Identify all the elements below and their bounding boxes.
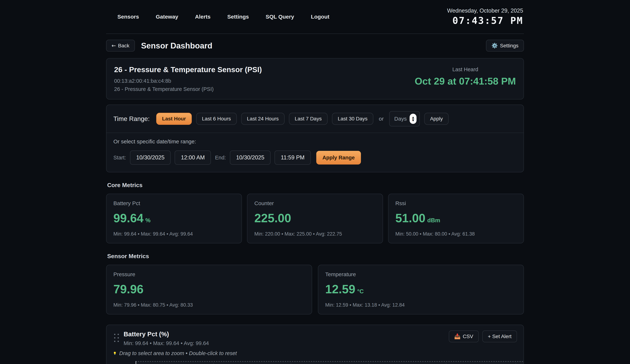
set-alert-button[interactable]: + Set Alert <box>482 331 517 342</box>
metric-stats: Min: 50.00 • Max: 80.00 • Avg: 61.38 <box>396 231 516 237</box>
metric-card-counter: Counter 225.00 Min: 220.00 • Max: 225.00… <box>247 194 383 243</box>
sensor-info-left: 26 - Pressure & Temperature Sensor (PSI)… <box>114 65 415 92</box>
custom-range-select-value: Days <box>394 116 407 122</box>
start-date-input[interactable]: 10/30/2025 <box>130 150 170 165</box>
start-time-input[interactable]: 12:00 AM <box>175 150 211 165</box>
y-axis-line <box>136 361 136 364</box>
metric-value: 99.64% <box>114 211 234 225</box>
time-range-card: Time Range: Last Hour Last 6 Hours Last … <box>106 105 524 172</box>
chart-title: Battery Pct (%) <box>124 331 449 338</box>
chart-header: Battery Pct (%) Min: 99.64 • Max: 99.64 … <box>106 331 524 346</box>
preset-last-30-days[interactable]: Last 30 Days <box>332 113 373 125</box>
metric-card-pressure: Pressure 79.96 Min: 79.96 • Max: 80.75 •… <box>106 265 312 315</box>
chart-stats: Min: 99.64 • Max: 99.64 • Avg: 99.64 <box>124 340 449 346</box>
end-date-input[interactable]: 10/30/2025 <box>230 150 270 165</box>
back-button[interactable]: ← Back <box>106 40 135 51</box>
set-alert-label: + Set Alert <box>488 334 512 340</box>
metric-stats: Min: 12.59 • Max: 13.18 • Avg: 12.84 <box>325 302 516 308</box>
apply-button[interactable]: Apply <box>424 113 448 125</box>
time-range-presets-row: Time Range: Last Hour Last 6 Hours Last … <box>106 105 524 133</box>
gear-icon: ⚙️ <box>492 43 498 49</box>
chart-hint-text: Drag to select area to zoom • Double-cli… <box>119 350 237 356</box>
clock-date: Wednesday, October 29, 2025 <box>447 7 523 14</box>
main-nav: Sensors Gateway Alerts Settings SQL Quer… <box>107 14 330 20</box>
apply-range-button[interactable]: Apply Range <box>316 151 361 164</box>
chart-plot-row: 99.64 <box>106 361 524 364</box>
preset-last-hour[interactable]: Last Hour <box>156 113 192 125</box>
inbox-tray-icon: 📥 <box>454 333 461 340</box>
settings-button-label: Settings <box>500 43 518 49</box>
metric-number: 225.00 <box>254 211 291 225</box>
metric-value: 12.59°C <box>325 282 516 296</box>
drag-handle-icon[interactable] <box>114 334 119 342</box>
metric-number: 99.64 <box>114 211 144 225</box>
sensor-subtitle: 26 - Pressure & Temperature Sensor (PSI) <box>114 86 415 92</box>
custom-range-select[interactable]: Days ▲▼ <box>389 111 420 126</box>
sensor-metrics-grid: Pressure 79.96 Min: 79.96 • Max: 80.75 •… <box>106 265 524 315</box>
datetime-inputs-row: Start: 10/30/2025 12:00 AM End: 10/30/20… <box>114 150 516 165</box>
or-label: or <box>379 116 384 122</box>
metric-label: Temperature <box>325 271 516 278</box>
metric-card-battery-pct: Battery Pct 99.64% Min: 99.64 • Max: 99.… <box>106 194 242 243</box>
csv-button-label: CSV <box>463 334 473 340</box>
page-header: ← Back Sensor Dashboard ⚙️ Settings <box>106 40 524 51</box>
core-metrics-grid: Battery Pct 99.64% Min: 99.64 • Max: 99.… <box>106 194 524 243</box>
chart-actions: 📥 CSV + Set Alert <box>449 331 517 342</box>
back-button-label: Back <box>118 43 129 49</box>
preset-last-24-hours[interactable]: Last 24 Hours <box>241 113 284 125</box>
clock-time: 07:43:57 PM <box>447 15 523 26</box>
metric-stats: Min: 220.00 • Max: 225.00 • Avg: 222.75 <box>254 231 376 237</box>
sensor-info-card: 26 - Pressure & Temperature Sensor (PSI)… <box>106 58 524 99</box>
vertical-gridline <box>291 363 291 364</box>
metric-number: 12.59 <box>325 282 355 296</box>
sensor-metrics-heading: Sensor Metrics <box>107 253 524 260</box>
vertical-gridline <box>368 363 369 364</box>
preset-last-7-days[interactable]: Last 7 Days <box>289 113 328 125</box>
last-heard-value: Oct 29 at 07:41:58 PM <box>415 75 516 87</box>
main-container: Sensors Gateway Alerts Settings SQL Quer… <box>106 0 524 364</box>
page-title: Sensor Dashboard <box>141 41 212 50</box>
metric-stats: Min: 99.64 • Max: 99.64 • Avg: 99.64 <box>114 231 234 237</box>
metric-value: 79.96 <box>114 282 305 296</box>
end-time-input[interactable]: 11:59 PM <box>274 150 310 165</box>
nav-sensors[interactable]: Sensors <box>118 14 139 20</box>
last-heard-label: Last Heard <box>415 66 516 72</box>
preset-last-6-hours[interactable]: Last 6 Hours <box>196 113 237 125</box>
sensor-mac-address: 00:13:a2:00:41:ba:c4:8b <box>114 78 415 84</box>
nav-logout[interactable]: Logout <box>311 14 330 20</box>
metric-stats: Min: 79.96 • Max: 80.75 • Avg: 80.33 <box>114 302 305 308</box>
nav-sql-query[interactable]: SQL Query <box>266 14 294 20</box>
settings-button[interactable]: ⚙️ Settings <box>486 40 524 51</box>
sensor-title: 26 - Pressure & Temperature Sensor (PSI) <box>114 65 415 74</box>
nav-alerts[interactable]: Alerts <box>195 14 210 20</box>
metric-card-rssi: Rssi 51.00dBm Min: 50.00 • Max: 80.00 • … <box>388 194 524 243</box>
time-range-label: Time Range: <box>114 115 150 122</box>
back-arrow-icon: ← <box>112 43 116 49</box>
metric-number: 79.96 <box>114 282 144 296</box>
chart-hint: 💡 Drag to select area to zoom • Double-c… <box>106 350 524 356</box>
metric-unit: °C <box>357 288 364 295</box>
vertical-gridline <box>213 363 214 364</box>
last-heard-block: Last Heard Oct 29 at 07:41:58 PM <box>415 66 516 87</box>
vertical-gridline <box>446 363 446 364</box>
chart-plot-area[interactable] <box>136 361 524 364</box>
battery-pct-chart-card: Battery Pct (%) Min: 99.64 • Max: 99.64 … <box>106 325 524 364</box>
nav-gateway[interactable]: Gateway <box>156 14 178 20</box>
nav-settings[interactable]: Settings <box>227 14 249 20</box>
core-metrics-heading: Core Metrics <box>107 182 524 189</box>
vertical-gridline <box>516 363 516 364</box>
end-label: End: <box>215 155 226 161</box>
metric-label: Battery Pct <box>114 200 234 206</box>
csv-export-button[interactable]: 📥 CSV <box>449 331 479 342</box>
metric-label: Counter <box>254 200 376 206</box>
metric-unit: dBm <box>427 217 440 224</box>
metric-number: 51.00 <box>396 211 426 225</box>
metric-value: 51.00dBm <box>396 211 516 225</box>
metric-unit: % <box>145 217 150 224</box>
chart-title-block: Battery Pct (%) Min: 99.64 • Max: 99.64 … <box>124 331 449 346</box>
metric-card-temperature: Temperature 12.59°C Min: 12.59 • Max: 13… <box>318 265 524 315</box>
specific-range-row: Or select specific date/time range: Star… <box>106 133 524 172</box>
metric-value: 225.00 <box>254 211 376 225</box>
start-label: Start: <box>114 155 126 161</box>
clock: Wednesday, October 29, 2025 07:43:57 PM <box>447 7 523 26</box>
